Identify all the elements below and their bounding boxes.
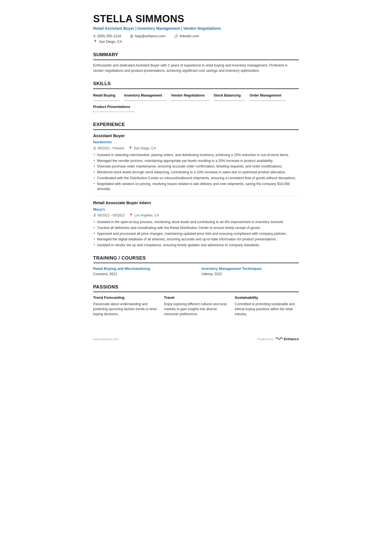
experience-title: EXPERIENCE [93,121,299,130]
passion-3-desc: Committed to promoting sustainable and e… [235,302,299,317]
footer: www.enhancv.com Powered by Enhancv [93,333,299,343]
job-2-date: 🗓 06/2021 - 05/2022 [93,213,125,218]
contact-row: ✆ (555) 555-1234 @ help@enhancv.com 🔗 li… [93,34,299,39]
job-2-company: Macy's [93,207,299,212]
bullet-item: Managed the reorder process, maintaining… [93,158,299,164]
enhancv-logo: Enhancv [275,336,299,343]
job-2-title: Retail Associate Buyer Intern [93,200,299,206]
job-2-location: 📍 Los Angeles, CA [129,213,159,218]
job-1: Assistant Buyer Nordstrom 🗓 06/2022 - Pr… [93,133,299,192]
resume-page: STELLA SIMMONS Retail Assistant Buyer | … [76,0,316,360]
skill-vendor-negotiations: Vendor Negotiations [171,92,209,101]
job-1-title: Assistant Buyer [93,133,299,139]
passion-2-title: Travel [164,295,228,300]
passion-1: Trend Forecasting Passionate about under… [93,295,157,317]
skill-inventory-management: Inventory Management [124,92,167,101]
location-row: 📍 San Diego, CA [93,39,299,45]
phone-icon: ✆ [93,34,96,39]
training-title: TRAINING / COURSES [93,255,299,263]
skills-section: SKILLS Retail Buying Inventory Managemen… [93,80,299,114]
job-1-location: 📍 San Diego, CA [128,146,156,151]
course-2: Inventory Management Techniques Udemy, 2… [202,266,299,277]
phone-contact: ✆ (555) 555-1234 [93,34,121,39]
location-icon-job1: 📍 [128,146,133,151]
passions-section: PASSIONS Trend Forecasting Passionate ab… [93,283,299,317]
passion-1-title: Trend Forecasting [93,295,157,300]
linkedin-value: linkedin.com [180,34,199,39]
bullet-item: Approved and processed all price changes… [93,231,299,236]
course-1-meta: Coursera, 2021 [93,272,190,277]
skill-order-management: Order Management [250,92,286,101]
course-1: Retail Buying and Merchandising Coursera… [93,266,190,277]
training-section: TRAINING / COURSES Retail Buying and Mer… [93,255,299,277]
candidate-name: STELLA SIMMONS [93,13,299,24]
email-contact: @ help@enhancv.com [130,34,165,39]
job-2-bullets: Assisted in the open-to-buy process, mon… [93,219,299,248]
passions-title: PASSIONS [93,283,299,292]
email-icon: @ [130,34,133,39]
bullet-item: Oversaw purchase order maintenance, ensu… [93,164,299,169]
bullet-item: Assisted in selecting merchandise, placi… [93,152,299,158]
experience-divider [93,196,299,196]
phone-value: (555) 555-1234 [97,34,121,39]
job-2: Retail Associate Buyer Intern Macy's 🗓 0… [93,200,299,248]
passions-grid: Trend Forecasting Passionate about under… [93,295,299,317]
calendar-icon-2: 🗓 [93,213,96,218]
bullet-item: Assisted in vendor set up and compliance… [93,243,299,248]
location-icon-job2: 📍 [129,213,133,218]
footer-powered-by: Powered by Enhancv [257,336,299,343]
email-value: help@enhancv.com [135,34,165,39]
bullet-item: Negotiated with vendors on pricing, reso… [93,181,299,192]
skills-row: Retail Buying Inventory Management Vendo… [93,92,299,115]
course-2-name: Inventory Management Techniques [202,266,299,272]
passion-3: Sustainability Committed to promoting su… [235,295,299,317]
header: STELLA SIMMONS Retail Assistant Buyer | … [93,13,299,45]
summary-section: SUMMARY Enthusiastic and dedicated Assis… [93,51,299,73]
skill-product-presentations: Product Presentations [93,103,135,112]
training-grid: Retail Buying and Merchandising Coursera… [93,266,299,277]
job-1-date: 🗓 06/2022 - Present [93,146,124,151]
skill-retail-buying: Retail Buying [93,92,120,101]
bullet-item: Assisted in the open-to-buy process, mon… [93,219,299,225]
passion-2-desc: Enjoy exploring different cultures and l… [164,302,228,317]
linkedin-contact: 🔗 linkedin.com [174,34,199,39]
job-1-meta: 🗓 06/2022 - Present 📍 San Diego, CA [93,146,299,151]
passion-2: Travel Enjoy exploring different culture… [164,295,228,317]
skill-stock-balancing: Stock Balancing [214,92,245,101]
passion-1-desc: Passionate about understanding and predi… [93,302,157,317]
course-2-meta: Udemy, 2022 [202,272,299,277]
summary-title: SUMMARY [93,51,299,60]
summary-text: Enthusiastic and dedicated Assistant Buy… [93,63,299,74]
job-2-meta: 🗓 06/2021 - 05/2022 📍 Los Angeles, CA [93,213,299,218]
course-1-name: Retail Buying and Merchandising [93,266,190,272]
calendar-icon: 🗓 [93,146,96,151]
footer-url: www.enhancv.com [93,337,118,342]
bullet-item: Coordinated with the Distribution Center… [93,176,299,181]
bullet-item: Tracked all deliveries and coordinating … [93,225,299,231]
job-1-bullets: Assisted in selecting merchandise, placi… [93,152,299,192]
passion-3-title: Sustainability [235,295,299,300]
enhancv-logo-icon [275,336,283,343]
bullet-item: Monitored stock levels through stock bal… [93,170,299,175]
skills-title: SKILLS [93,80,299,89]
bullet-item: Managed the digital database of all artw… [93,237,299,242]
link-icon: 🔗 [174,34,178,39]
job-1-company: Nordstrom [93,139,299,145]
location-icon: 📍 [93,39,98,45]
powered-by-label: Powered by [257,337,274,342]
experience-section: EXPERIENCE Assistant Buyer Nordstrom 🗓 0… [93,121,299,248]
candidate-title: Retail Assistant Buyer | Inventory Manag… [93,26,299,31]
enhancv-brand-name: Enhancv [284,336,299,342]
location-value: San Diego, CA [99,39,122,45]
